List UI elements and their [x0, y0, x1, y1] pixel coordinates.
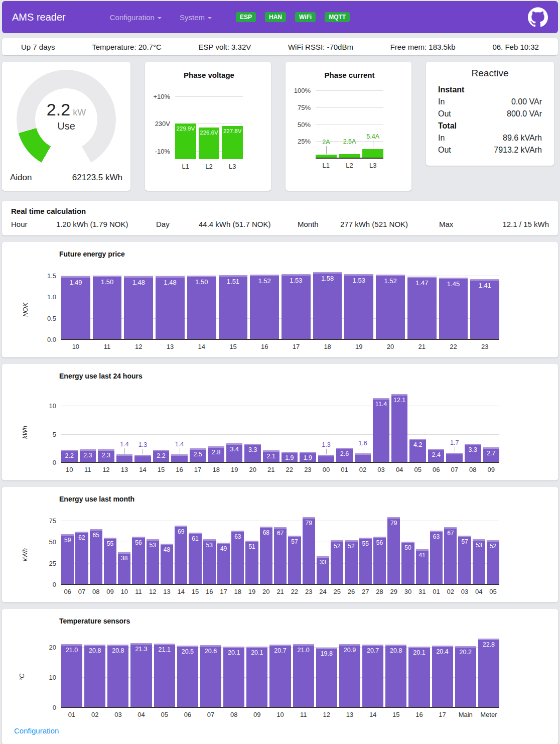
nav-system-dropdown[interactable]: System [180, 13, 212, 22]
bars: 2A2.5A5.4A [316, 90, 383, 158]
bar: 79 [303, 517, 315, 584]
realtime-calculation-card: Real time calculation Hour 1.20 kWh (1.7… [2, 201, 558, 235]
bar: 12.1 [391, 394, 408, 462]
rt-day-value: 44.4 kWh (51.7 NOK) [199, 220, 298, 228]
x-tick-label: 03 [107, 711, 128, 718]
x-tick-label: 14 [175, 588, 187, 595]
bar-cell: 1.48 [156, 269, 185, 339]
bar-cell: 1.52 [250, 269, 279, 339]
bar: 2.7 [483, 447, 500, 462]
bar-cell: 20.9 [339, 636, 360, 707]
status-bar: Up 7 days Temperature: 20.7°C ESP volt: … [2, 38, 558, 55]
bar: 1.49 [61, 276, 90, 339]
x-tick-label: 23 [300, 466, 316, 473]
bar-value-label: 50 [401, 544, 414, 551]
bar-value-label: 20.7 [269, 647, 291, 654]
bar-cell: 49 [217, 514, 230, 584]
total-energy: 62123.5 kWh [72, 173, 122, 183]
reactive-row: Out7913.2 kVArh [438, 144, 542, 156]
bar-cell: 33 [317, 514, 329, 584]
bar-value-label: 51 [245, 543, 258, 550]
bar-value-label: 63 [430, 533, 443, 540]
bar: 20.1 [223, 647, 244, 707]
status-badges: ESP HAN WiFi MQTT [236, 12, 350, 22]
bar: 41 [416, 549, 429, 584]
y-tick-label: 0.5 [34, 315, 56, 322]
bar-cell: 69 [175, 514, 187, 584]
bar: 11.4 [373, 398, 389, 462]
energy-24h-chart: kWh 05102.22.32.31.41.32.21.42.52.83.43.… [61, 391, 499, 473]
bar: 52 [331, 540, 343, 584]
configuration-link[interactable]: Configuration [14, 726, 59, 735]
bar-value-label: 1.52 [250, 277, 279, 285]
bar-value-label: 62 [75, 534, 88, 541]
power-unit: kW [73, 107, 86, 117]
bar-cell: 1.9 [300, 391, 316, 462]
bar-value-label: 1.41 [470, 282, 499, 289]
bar: 1.45 [439, 278, 468, 339]
future-price-chart: NOK 0.00.51.01.51.491.501.481.481.501.51… [61, 269, 499, 350]
bar: 2.2 [61, 450, 78, 462]
bar: 1.50 [187, 276, 216, 339]
gauge-center: 2.2kW Use [17, 70, 116, 169]
x-tick-label: 02 [84, 711, 105, 718]
y-tick-label: +10% [148, 93, 170, 100]
bar-cell: 65 [90, 514, 102, 584]
bar-value-label: 11.4 [373, 401, 389, 408]
phase-current-card: Phase current 100%75%50%25%2A2.5A5.4A L1… [286, 62, 411, 191]
bar: 20.1 [246, 647, 267, 707]
bar: 59 [61, 534, 74, 584]
bar-value-label: 1.9 [282, 454, 298, 461]
label-leader-line [326, 146, 327, 154]
x-tick-label: 16 [408, 711, 430, 718]
bar-value-label: 20.9 [339, 647, 360, 654]
bar-cell: 2.7 [483, 391, 500, 462]
gauge-mode-label: Use [57, 120, 75, 132]
bar: 1.51 [219, 275, 248, 339]
bar: 65 [90, 529, 102, 584]
x-tick-label: 11 [93, 343, 122, 350]
bar-value-label: 3.3 [465, 446, 481, 453]
x-tick-label: 21 [407, 343, 437, 350]
bar-value-label: 22.8 [478, 641, 499, 648]
bar: 55 [359, 538, 372, 584]
bar-cell: 4.2 [409, 391, 426, 462]
bar: 1.41 [470, 279, 499, 339]
nav-configuration-dropdown[interactable]: Configuration [110, 13, 162, 22]
github-icon[interactable] [528, 7, 548, 27]
bar-cell: 67 [444, 514, 457, 584]
x-tick-label: 01 [336, 466, 353, 473]
bar: 4.2 [409, 439, 426, 462]
bar: 50 [401, 542, 414, 584]
bar: 20.1 [408, 647, 430, 707]
x-tick-label: 12 [124, 343, 153, 350]
bar-cell: 48 [161, 514, 173, 584]
x-axis-line [61, 707, 499, 708]
bar-value-label: 2.3 [80, 452, 96, 459]
bar: 2.6 [336, 448, 353, 462]
bar-value-label: 1.49 [61, 279, 90, 286]
bar-value-label: 2.3 [98, 452, 114, 459]
temperature-sensors-card: Temperature sensors °C 0102021.020.820.8… [2, 609, 558, 744]
bar-cell: 3.4 [226, 391, 243, 462]
bar: 79 [387, 517, 400, 584]
bar-cell: 1.41 [470, 269, 499, 339]
bar-cell: 226.6V [199, 96, 220, 159]
x-tick-label: 13 [339, 711, 360, 718]
bar: 53 [473, 539, 485, 584]
bar-value-label: 5.4A [357, 133, 388, 140]
bar-value-label: 20.8 [385, 647, 406, 654]
bar: 227.8V [222, 126, 243, 159]
y-tick-label: 25% [288, 138, 311, 145]
y-tick-label: 0 [34, 581, 56, 588]
rt-month-label: Month [298, 220, 340, 228]
uptime-text: Up 7 days [21, 43, 55, 51]
gauge-footer: Aidon 62123.5 kWh [10, 173, 122, 183]
bar-value-label: 1.50 [187, 278, 216, 286]
bar-cell: 51 [245, 514, 258, 584]
bar-value-label: 1.52 [376, 277, 405, 285]
y-axis-title: kWh [21, 548, 29, 561]
chart-title: Phase voltage [160, 71, 258, 79]
x-tick-label: 03 [373, 466, 389, 473]
bar: 20.8 [385, 645, 406, 707]
